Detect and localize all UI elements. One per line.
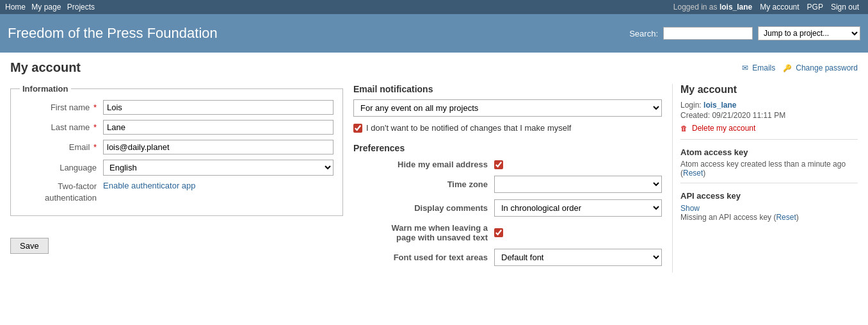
information-fieldset: Information First name * Last name * xyxy=(10,84,343,216)
last-name-row: Last name * xyxy=(20,120,334,135)
first-name-row: First name * xyxy=(20,100,334,115)
content-layout: Information First name * Last name * xyxy=(10,84,858,272)
sidebar-title: My account xyxy=(680,84,858,96)
email-label: Email * xyxy=(20,142,103,152)
hide-email-row: Hide my email address xyxy=(353,160,662,169)
display-comments-label: Display comments xyxy=(353,203,494,213)
nav-mypage[interactable]: My page xyxy=(31,3,61,12)
trash-icon xyxy=(680,124,689,133)
no-notify-row: I don't want to be notified of changes t… xyxy=(353,123,662,133)
topbar-my-account[interactable]: My account xyxy=(760,3,799,12)
sidebar-created: Created: 09/21/2020 11:11 PM xyxy=(680,111,858,120)
atom-reset-link[interactable]: Reset xyxy=(683,169,703,178)
email-icon xyxy=(742,63,750,72)
language-row: Language English xyxy=(20,160,334,176)
topbar-pgp[interactable]: PGP xyxy=(807,3,823,12)
preferences-section: Preferences Hide my email address Time z… xyxy=(353,143,662,266)
topbar-username[interactable]: lois_lane xyxy=(719,3,752,12)
divider-2 xyxy=(680,183,858,183)
topbar-left: Home My page Projects xyxy=(5,3,99,12)
information-legend: Information xyxy=(20,84,71,94)
api-show-link[interactable]: Show xyxy=(680,204,700,213)
timezone-row: Time zone (auto) UTC xyxy=(353,176,662,193)
nav-projects[interactable]: Projects xyxy=(67,3,95,12)
font-label: Font used for text areas xyxy=(353,253,494,262)
topbar-right: Logged in as lois_lane My account PGP Si… xyxy=(673,3,863,12)
no-notify-label: I don't want to be notified of changes t… xyxy=(366,123,571,133)
account-actions: Emails Change password xyxy=(742,63,858,72)
two-factor-label: Two-factorauthentication xyxy=(20,181,103,204)
save-button[interactable]: Save xyxy=(10,238,49,254)
email-notifications-title: Email notifications xyxy=(353,84,662,94)
language-label: Language xyxy=(20,163,103,172)
header: Freedom of the Press Foundation Search: … xyxy=(0,14,868,53)
atom-access-key-text: Atom access key created less than a minu… xyxy=(680,160,858,178)
api-show-row: Show xyxy=(680,203,858,213)
warn-unsaved-label: Warn me when leaving apage with unsaved … xyxy=(353,223,494,242)
warn-unsaved-checkbox[interactable] xyxy=(494,228,503,237)
main-content: My account Emails Change password Inform… xyxy=(0,53,868,280)
save-button-row: Save xyxy=(10,238,343,254)
divider-1 xyxy=(680,139,858,140)
first-name-label: First name * xyxy=(20,103,103,112)
first-name-input[interactable] xyxy=(103,100,334,115)
logged-in-text: Logged in as lois_lane xyxy=(673,3,756,12)
middle-column: Email notifications For any event on all… xyxy=(343,84,672,272)
timezone-label: Time zone xyxy=(353,179,494,189)
email-notifications-select[interactable]: For any event on all my projects Only fo… xyxy=(353,99,662,117)
timezone-select[interactable]: (auto) UTC xyxy=(494,176,662,193)
hide-email-label: Hide my email address xyxy=(353,160,494,169)
left-column: Information First name * Last name * xyxy=(10,84,343,272)
display-comments-row: Display comments In chronological order … xyxy=(353,199,662,217)
page-title: My account xyxy=(10,60,81,75)
site-title: Freedom of the Press Foundation xyxy=(8,25,218,42)
page-title-row: My account Emails Change password xyxy=(10,60,858,75)
last-name-label: Last name * xyxy=(20,122,103,132)
api-reset-link[interactable]: Reset xyxy=(776,213,796,222)
search-input[interactable] xyxy=(663,27,753,40)
change-password-link[interactable]: Change password xyxy=(783,63,858,72)
header-right: Search: Jump to a project... xyxy=(629,26,860,40)
font-select[interactable]: Default font Monospace font xyxy=(494,249,662,266)
warn-unsaved-row: Warn me when leaving apage with unsaved … xyxy=(353,223,662,242)
sidebar-username[interactable]: lois_lane xyxy=(703,101,736,110)
api-missing-text: Missing an API access key (Reset) xyxy=(680,213,858,222)
key-icon xyxy=(783,63,794,72)
nav-home[interactable]: Home xyxy=(5,3,26,12)
email-input[interactable] xyxy=(103,140,334,154)
api-access-key-title: API access key xyxy=(680,191,858,201)
atom-access-key-title: Atom access key xyxy=(680,147,858,157)
display-comments-select[interactable]: In chronological order In reverse chrono… xyxy=(494,199,662,217)
search-label: Search: xyxy=(629,29,658,38)
email-notifications-section: Email notifications For any event on all… xyxy=(353,84,662,133)
font-row: Font used for text areas Default font Mo… xyxy=(353,249,662,266)
emails-link[interactable]: Emails xyxy=(742,63,775,72)
sidebar-login: Login: lois_lane xyxy=(680,101,858,110)
right-column: My account Login: lois_lane Created: 09/… xyxy=(672,84,858,272)
delete-account-link[interactable]: Delete my account xyxy=(680,124,858,133)
language-select[interactable]: English xyxy=(103,160,334,176)
hide-email-checkbox[interactable] xyxy=(494,160,503,169)
no-notify-checkbox[interactable] xyxy=(353,124,362,133)
topbar-sign-out[interactable]: Sign out xyxy=(831,3,859,12)
two-factor-row: Two-factorauthentication Enable authenti… xyxy=(20,181,334,204)
enable-authenticator-link[interactable]: Enable authenticator app xyxy=(103,181,196,190)
jump-to-project-select[interactable]: Jump to a project... xyxy=(758,26,860,40)
topbar: Home My page Projects Logged in as lois_… xyxy=(0,0,868,14)
preferences-title: Preferences xyxy=(353,143,662,153)
last-name-input[interactable] xyxy=(103,120,334,135)
email-row: Email * xyxy=(20,140,334,154)
